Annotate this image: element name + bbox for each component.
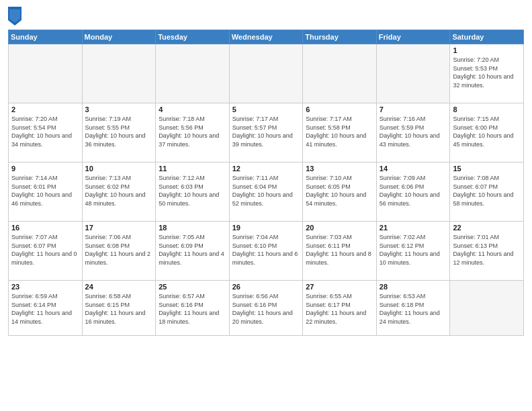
calendar-day-cell: 22Sunrise: 7:01 AMSunset: 6:13 PMDayligh… <box>450 222 524 281</box>
day-info: Sunrise: 6:55 AMSunset: 6:17 PMDaylight:… <box>306 292 373 326</box>
day-number: 16 <box>11 224 79 232</box>
calendar-day-header: Sunday <box>9 30 83 44</box>
day-info: Sunrise: 6:57 AMSunset: 6:16 PMDaylight:… <box>159 292 226 326</box>
day-info: Sunrise: 7:13 AMSunset: 6:02 PMDaylight:… <box>85 174 153 208</box>
day-info: Sunrise: 7:17 AMSunset: 5:57 PMDaylight:… <box>232 115 300 148</box>
day-info: Sunrise: 7:15 AMSunset: 6:00 PMDaylight:… <box>453 115 521 148</box>
day-info: Sunrise: 7:17 AMSunset: 5:58 PMDaylight:… <box>306 115 373 148</box>
day-info: Sunrise: 7:20 AMSunset: 5:53 PMDaylight:… <box>453 56 521 89</box>
day-info: Sunrise: 7:14 AMSunset: 6:01 PMDaylight:… <box>11 174 79 208</box>
day-number: 5 <box>232 105 300 113</box>
calendar-day-cell: 4Sunrise: 7:18 AMSunset: 5:56 PMDaylight… <box>156 103 230 163</box>
calendar-day-cell: 14Sunrise: 7:09 AMSunset: 6:06 PMDayligh… <box>376 163 450 222</box>
day-number: 9 <box>11 165 79 173</box>
calendar-day-header: Monday <box>82 30 156 44</box>
day-info: Sunrise: 7:20 AMSunset: 5:54 PMDaylight:… <box>11 115 79 148</box>
day-number: 17 <box>85 224 153 232</box>
day-info: Sunrise: 7:19 AMSunset: 5:55 PMDaylight:… <box>85 115 153 148</box>
page: SundayMondayTuesdayWednesdayThursdayFrid… <box>0 0 532 411</box>
calendar-week-row: 23Sunrise: 6:59 AMSunset: 6:14 PMDayligh… <box>9 281 524 336</box>
day-number: 20 <box>306 224 373 232</box>
calendar-day-cell: 8Sunrise: 7:15 AMSunset: 6:00 PMDaylight… <box>450 103 524 163</box>
calendar-day-header: Friday <box>376 30 450 44</box>
calendar-day-cell: 13Sunrise: 7:10 AMSunset: 6:05 PMDayligh… <box>303 163 377 222</box>
day-number: 27 <box>306 283 373 291</box>
calendar-week-row: 16Sunrise: 7:07 AMSunset: 6:07 PMDayligh… <box>9 222 524 281</box>
day-number: 4 <box>159 105 226 113</box>
calendar-day-cell: 24Sunrise: 6:58 AMSunset: 6:15 PMDayligh… <box>82 281 156 336</box>
calendar-day-cell: 12Sunrise: 7:11 AMSunset: 6:04 PMDayligh… <box>229 163 303 222</box>
day-info: Sunrise: 7:12 AMSunset: 6:03 PMDaylight:… <box>159 174 226 208</box>
calendar-day-cell: 26Sunrise: 6:56 AMSunset: 6:16 PMDayligh… <box>229 281 303 336</box>
day-info: Sunrise: 6:53 AMSunset: 6:18 PMDaylight:… <box>380 292 447 326</box>
day-number: 10 <box>85 165 153 173</box>
day-info: Sunrise: 7:05 AMSunset: 6:09 PMDaylight:… <box>159 233 226 267</box>
day-number: 21 <box>380 224 447 232</box>
calendar-header-row: SundayMondayTuesdayWednesdayThursdayFrid… <box>9 30 524 44</box>
calendar-week-row: 9Sunrise: 7:14 AMSunset: 6:01 PMDaylight… <box>9 163 524 222</box>
day-number: 13 <box>306 165 373 173</box>
calendar-day-header: Thursday <box>303 30 377 44</box>
calendar-day-cell: 17Sunrise: 7:06 AMSunset: 6:08 PMDayligh… <box>82 222 156 281</box>
day-number: 8 <box>453 105 521 113</box>
calendar-week-row: 2Sunrise: 7:20 AMSunset: 5:54 PMDaylight… <box>9 103 524 163</box>
calendar-day-cell: 18Sunrise: 7:05 AMSunset: 6:09 PMDayligh… <box>156 222 230 281</box>
day-number: 14 <box>380 165 447 173</box>
calendar-day-cell <box>376 44 450 103</box>
day-number: 3 <box>85 105 153 113</box>
calendar-day-cell: 9Sunrise: 7:14 AMSunset: 6:01 PMDaylight… <box>9 163 83 222</box>
calendar-day-cell: 20Sunrise: 7:03 AMSunset: 6:11 PMDayligh… <box>303 222 377 281</box>
calendar-day-cell <box>450 281 524 336</box>
calendar-table: SundayMondayTuesdayWednesdayThursdayFrid… <box>8 30 524 336</box>
day-info: Sunrise: 7:18 AMSunset: 5:56 PMDaylight:… <box>159 115 226 148</box>
day-number: 11 <box>159 165 226 173</box>
day-info: Sunrise: 7:10 AMSunset: 6:05 PMDaylight:… <box>306 174 373 208</box>
day-info: Sunrise: 7:02 AMSunset: 6:12 PMDaylight:… <box>380 233 447 267</box>
day-number: 24 <box>85 283 153 291</box>
calendar-day-cell: 21Sunrise: 7:02 AMSunset: 6:12 PMDayligh… <box>376 222 450 281</box>
calendar-day-cell <box>156 44 230 103</box>
logo <box>8 7 24 26</box>
day-number: 18 <box>159 224 226 232</box>
day-info: Sunrise: 7:09 AMSunset: 6:06 PMDaylight:… <box>380 174 447 208</box>
day-info: Sunrise: 6:58 AMSunset: 6:15 PMDaylight:… <box>85 292 153 326</box>
day-number: 7 <box>380 105 447 113</box>
calendar-day-cell: 16Sunrise: 7:07 AMSunset: 6:07 PMDayligh… <box>9 222 83 281</box>
calendar-day-cell: 10Sunrise: 7:13 AMSunset: 6:02 PMDayligh… <box>82 163 156 222</box>
calendar-day-header: Saturday <box>450 30 524 44</box>
day-info: Sunrise: 6:56 AMSunset: 6:16 PMDaylight:… <box>232 292 300 326</box>
calendar-day-cell: 3Sunrise: 7:19 AMSunset: 5:55 PMDaylight… <box>82 103 156 163</box>
day-number: 6 <box>306 105 373 113</box>
calendar-day-cell <box>303 44 377 103</box>
calendar-day-cell: 27Sunrise: 6:55 AMSunset: 6:17 PMDayligh… <box>303 281 377 336</box>
calendar-day-cell: 1Sunrise: 7:20 AMSunset: 5:53 PMDaylight… <box>450 44 524 103</box>
logo-icon <box>8 7 21 26</box>
calendar-day-cell: 25Sunrise: 6:57 AMSunset: 6:16 PMDayligh… <box>156 281 230 336</box>
calendar-day-cell <box>82 44 156 103</box>
calendar-day-cell: 28Sunrise: 6:53 AMSunset: 6:18 PMDayligh… <box>376 281 450 336</box>
day-info: Sunrise: 7:16 AMSunset: 5:59 PMDaylight:… <box>380 115 447 148</box>
day-number: 22 <box>453 224 521 232</box>
calendar-day-cell: 2Sunrise: 7:20 AMSunset: 5:54 PMDaylight… <box>9 103 83 163</box>
day-info: Sunrise: 7:06 AMSunset: 6:08 PMDaylight:… <box>85 233 153 267</box>
day-info: Sunrise: 7:01 AMSunset: 6:13 PMDaylight:… <box>453 233 521 267</box>
day-number: 2 <box>11 105 79 113</box>
calendar-day-cell: 19Sunrise: 7:04 AMSunset: 6:10 PMDayligh… <box>229 222 303 281</box>
calendar-day-cell <box>9 44 83 103</box>
day-info: Sunrise: 7:03 AMSunset: 6:11 PMDaylight:… <box>306 233 373 267</box>
calendar-week-row: 1Sunrise: 7:20 AMSunset: 5:53 PMDaylight… <box>9 44 524 103</box>
day-number: 26 <box>232 283 300 291</box>
day-number: 25 <box>159 283 226 291</box>
calendar-day-cell: 7Sunrise: 7:16 AMSunset: 5:59 PMDaylight… <box>376 103 450 163</box>
day-info: Sunrise: 7:07 AMSunset: 6:07 PMDaylight:… <box>11 233 79 267</box>
calendar-day-cell: 15Sunrise: 7:08 AMSunset: 6:07 PMDayligh… <box>450 163 524 222</box>
day-info: Sunrise: 7:04 AMSunset: 6:10 PMDaylight:… <box>232 233 300 267</box>
calendar-day-cell: 11Sunrise: 7:12 AMSunset: 6:03 PMDayligh… <box>156 163 230 222</box>
day-number: 23 <box>11 283 79 291</box>
calendar-day-cell: 5Sunrise: 7:17 AMSunset: 5:57 PMDaylight… <box>229 103 303 163</box>
day-info: Sunrise: 7:11 AMSunset: 6:04 PMDaylight:… <box>232 174 300 208</box>
calendar-day-header: Wednesday <box>229 30 303 44</box>
day-info: Sunrise: 7:08 AMSunset: 6:07 PMDaylight:… <box>453 174 521 208</box>
day-number: 12 <box>232 165 300 173</box>
calendar-day-cell: 6Sunrise: 7:17 AMSunset: 5:58 PMDaylight… <box>303 103 377 163</box>
